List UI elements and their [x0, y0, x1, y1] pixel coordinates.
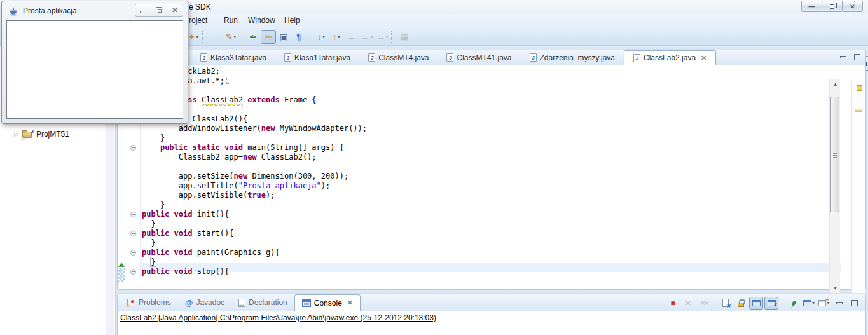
editor-tab-classmt41-java[interactable]: ClassMT41.java — [437, 50, 520, 65]
editor-tab-classmt4-java[interactable]: ClassMT4.java — [359, 50, 437, 65]
menu-item-project[interactable]: roject — [189, 16, 207, 25]
dropdown-caret-icon[interactable]: ▾ — [370, 34, 373, 39]
menu-item-help[interactable]: Help — [284, 16, 300, 25]
code-line: } — [142, 219, 840, 229]
editor-tab-klasa3tatar-java[interactable]: Klasa3Tatar.java — [191, 50, 275, 65]
minimize-view-icon — [836, 302, 843, 304]
console-tab-javadoc[interactable]: @Javadoc — [178, 294, 231, 311]
display-selected-console-icon[interactable]: ▾ — [802, 297, 816, 310]
show-console-on-stderr-icon[interactable] — [764, 297, 778, 310]
minimize-icon — [140, 11, 146, 13]
overview-ruler[interactable] — [851, 79, 865, 293]
project-label: ProjMT51 — [36, 130, 69, 139]
collapse-fold-icon[interactable] — [130, 212, 136, 217]
restore-window-button[interactable] — [822, 1, 843, 12]
console-tab-label: Console — [314, 299, 342, 308]
back-icon[interactable]: ← — [344, 30, 359, 44]
code-line: public static void main(String[] args) { — [142, 143, 840, 153]
app-maximize-button[interactable] — [151, 4, 167, 17]
last-edit-location-icon[interactable]: ▦ — [397, 30, 412, 44]
vertical-scrollbar[interactable]: ▲ ▼ — [829, 79, 840, 293]
app-minimize-button[interactable] — [135, 4, 151, 17]
open-element-icon[interactable]: ✎▾ — [223, 30, 238, 44]
scroll-up-icon[interactable]: ▲ — [830, 79, 841, 89]
console-output[interactable]: ClassLab2 [Java Application] C:\Program … — [118, 311, 865, 335]
app-close-button[interactable]: ✕ — [167, 4, 183, 17]
minimize-window-button[interactable]: — — [801, 1, 822, 12]
maximize-editor-icon[interactable] — [854, 54, 860, 60]
app-window-titlebar[interactable]: Prosta aplikacja ✕ — [2, 1, 188, 20]
close-tab-icon[interactable]: ✕ — [347, 299, 353, 307]
collapse-fold-icon[interactable] — [130, 250, 136, 256]
close-window-button[interactable]: ✕ — [842, 1, 863, 12]
show-whitespace-icon[interactable]: ¶ — [291, 30, 307, 44]
open-type-icon[interactable]: ✒ — [245, 30, 261, 44]
maximize-view-icon[interactable] — [848, 297, 862, 310]
remove-all-terminated-icon[interactable]: ✕✕ — [696, 297, 710, 310]
menu-item-window[interactable]: Window — [248, 16, 275, 25]
dropdown-caret-icon[interactable]: ▾ — [322, 34, 325, 39]
maximize-view-icon — [851, 300, 858, 306]
dropdown-caret-icon[interactable]: ▾ — [338, 34, 340, 39]
code-line — [142, 105, 840, 114]
remove-launch-icon: ✕ — [685, 299, 691, 307]
open-task-icon[interactable] — [208, 30, 223, 44]
dropdown-caret-icon[interactable]: ▾ — [812, 300, 815, 306]
folded-imports-icon[interactable] — [226, 78, 231, 84]
console-panel: Problems@JavadocDeclarationConsole✕ ■✕✕✕… — [117, 294, 866, 335]
clear-console-icon — [722, 299, 729, 307]
pin-console-icon[interactable] — [787, 297, 801, 310]
expand-arrow-icon[interactable]: ▷ — [14, 131, 18, 137]
collapse-fold-icon[interactable] — [130, 269, 136, 275]
code-text: package packLab2;import java.awt.*;publi… — [142, 67, 840, 277]
remove-all-terminated-icon: ✕✕ — [699, 299, 707, 307]
open-console-icon[interactable]: ▾ — [817, 297, 831, 310]
warning-overview-icon[interactable] — [857, 85, 862, 91]
editor-tab-zdarzenia_myszy-java[interactable]: Zdarzenia_myszy.java — [521, 50, 624, 65]
console-tab-declaration[interactable]: Declaration — [231, 294, 294, 311]
previous-annotation-icon: ↑ — [333, 32, 337, 41]
screen: { "floating_window": { "title": "Prosta … — [0, 0, 868, 335]
code-line: public void start(){ — [142, 229, 840, 238]
close-tab-icon[interactable]: ✕ — [701, 54, 706, 62]
code-line: } — [142, 257, 840, 267]
previous-annotation-icon[interactable]: ↑▾ — [329, 30, 344, 44]
dropdown-caret-icon[interactable]: ▾ — [385, 34, 388, 39]
forward-history-icon[interactable]: →▾ — [375, 30, 390, 44]
remove-launch-icon[interactable]: ✕ — [681, 297, 695, 310]
show-selected-element-only-icon[interactable]: ▣ — [276, 30, 291, 44]
vertical-scrollbar-thumb[interactable] — [830, 97, 839, 212]
minimize-editor-icon[interactable] — [840, 56, 846, 58]
clear-console-icon[interactable] — [719, 297, 733, 310]
code-line: package packLab2; — [142, 67, 840, 76]
code-editor[interactable]: package packLab2;import java.awt.*;publi… — [118, 65, 865, 278]
code-line: public void init(){ — [142, 210, 840, 219]
scroll-down-icon[interactable]: ▼ — [830, 284, 841, 293]
back-history-icon[interactable]: ←▾ — [359, 30, 375, 44]
forward-history-icon: → — [376, 32, 385, 41]
console-toolbar: ■✕✕✕▾▾ — [665, 296, 862, 310]
toggle-mark-occurrences-icon[interactable]: ✏ — [261, 30, 276, 44]
app-window-canvas — [6, 20, 183, 119]
scroll-lock-icon[interactable] — [734, 297, 748, 310]
console-tab-problems[interactable]: Problems — [120, 294, 178, 311]
minimize-view-icon[interactable] — [832, 297, 846, 310]
toggle-mark-occurrences-icon: ✏ — [265, 32, 272, 41]
project-tree-item[interactable]: ▷ J⚠ ProjMT51 — [0, 128, 102, 140]
show-console-on-stdout-icon[interactable] — [749, 297, 763, 310]
terminate-icon[interactable]: ■ — [666, 297, 680, 310]
java-file-icon — [530, 53, 537, 62]
warning-mark[interactable] — [855, 109, 862, 112]
collapse-fold-icon[interactable] — [130, 231, 136, 236]
console-tab-console[interactable]: Console✕ — [294, 294, 361, 311]
toolbar-separator — [712, 297, 715, 309]
dropdown-caret-icon[interactable]: ▾ — [196, 34, 198, 39]
collapse-fold-icon[interactable] — [130, 145, 136, 151]
editor-tab-klasa1tatar-java[interactable]: Klasa1Tatar.java — [275, 50, 359, 65]
dropdown-caret-icon[interactable]: ▾ — [233, 34, 236, 39]
window-title: e SDK — [189, 3, 211, 11]
menu-item-run[interactable]: Run — [224, 16, 238, 25]
next-annotation-icon[interactable]: ↓▾ — [313, 30, 329, 44]
app-window: Prosta aplikacja ✕ — [1, 1, 188, 124]
editor-tab-classlab2-java[interactable]: ⚠ClassLab2.java✕ — [624, 50, 716, 65]
